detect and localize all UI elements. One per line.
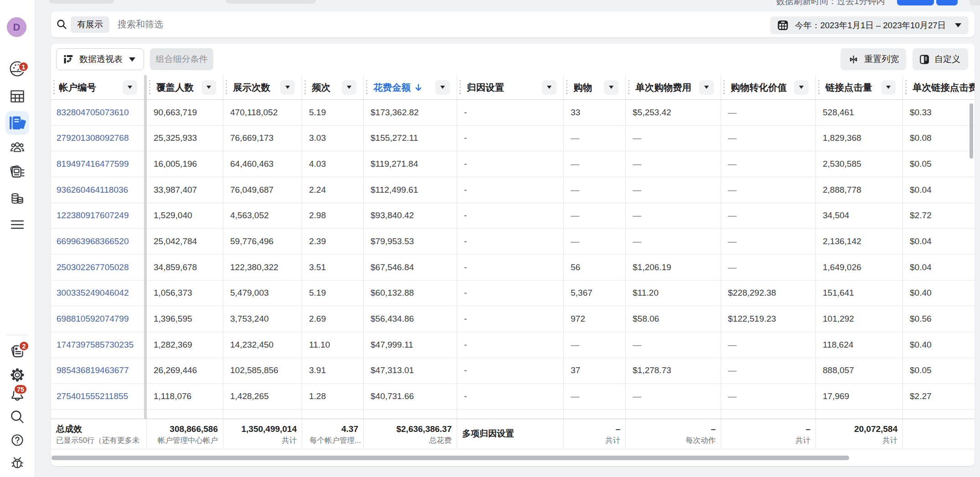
report-table-card: 数据透视表 组合细分条件 重置列宽 xyxy=(51,44,975,466)
horizontal-scrollbar[interactable] xyxy=(52,456,849,460)
cell-account-id[interactable]: 122380917607249 xyxy=(51,203,144,229)
avatar[interactable]: D xyxy=(7,17,26,37)
column-header-10[interactable]: 单次链接点击费用 xyxy=(903,75,975,99)
sidebar-item-settings[interactable] xyxy=(6,364,28,386)
sidebar-item-bug[interactable] xyxy=(6,451,28,473)
reports-icon xyxy=(10,165,25,180)
column-header-label: 购物 xyxy=(573,81,592,94)
drag-handle-icon[interactable] xyxy=(304,80,306,95)
column-header-5[interactable]: 归因设置 xyxy=(457,75,564,99)
cell: - xyxy=(457,255,564,281)
column-menu-button[interactable] xyxy=(123,80,137,95)
column-menu-button[interactable] xyxy=(542,80,557,95)
date-range-picker[interactable]: 今年：2023年1月1日 – 2023年10月27日 xyxy=(770,16,969,34)
cell-account-id[interactable]: 300335249046042 xyxy=(51,281,144,307)
cell: - xyxy=(457,332,564,358)
top-secondary-button[interactable] xyxy=(936,0,958,5)
cell: 1,529,040 xyxy=(147,203,223,229)
cell: $112,499.61 xyxy=(364,177,457,203)
cell: 64,118 xyxy=(816,410,903,419)
breakdown-button[interactable]: 组合细分条件 xyxy=(150,48,213,70)
filter-chip-delivery[interactable]: 有展示 xyxy=(71,16,109,33)
drag-handle-icon[interactable] xyxy=(366,80,367,95)
column-menu-button[interactable] xyxy=(280,80,295,95)
column-header-6[interactable]: 购物 xyxy=(564,75,626,99)
column-menu-button[interactable] xyxy=(699,80,714,95)
cell-account-id[interactable]: 1747397585730235 xyxy=(51,332,144,358)
cell: 2.39 xyxy=(302,229,364,255)
top-primary-button[interactable] xyxy=(897,0,934,5)
cell-account-id[interactable]: 936260464118036 xyxy=(51,177,144,203)
sidebar-item-plan[interactable] xyxy=(6,85,28,107)
sidebar-item-all-tools[interactable] xyxy=(6,214,28,236)
column-header-9[interactable]: 链接点击量 xyxy=(816,75,903,99)
search-input[interactable]: 搜索和筛选 xyxy=(118,18,163,31)
table-toolbar: 数据透视表 组合细分条件 重置列宽 xyxy=(51,44,975,75)
cell-account-id[interactable]: 832804705073610 xyxy=(51,100,144,126)
bug-icon xyxy=(10,455,25,470)
cell-account-id[interactable]: 985436819463677 xyxy=(51,358,144,384)
column-header-2[interactable]: 展示次数 xyxy=(223,75,302,99)
cell-account-id[interactable]: 819497416477599 xyxy=(51,151,144,177)
footer-value: – xyxy=(728,423,810,435)
column-menu-button[interactable] xyxy=(881,80,896,95)
column-menu-button[interactable] xyxy=(794,80,809,95)
sidebar-item-search[interactable] xyxy=(6,406,28,428)
column-header-8[interactable]: 购物转化价值 xyxy=(721,75,816,99)
cell-account-id[interactable]: 283415628397551 xyxy=(51,410,144,419)
drag-handle-icon[interactable] xyxy=(53,80,55,95)
sidebar-item-help[interactable] xyxy=(6,429,28,451)
pivot-table-button[interactable]: 数据透视表 xyxy=(56,48,144,70)
cell: $79,953.53 xyxy=(364,229,457,255)
cell-account-id[interactable]: 250302267705028 xyxy=(51,255,144,281)
top-grey-button[interactable] xyxy=(970,0,980,5)
customize-button[interactable]: 自定义 xyxy=(913,48,968,70)
cell: - xyxy=(457,126,564,152)
table-row-partial: 2834156283975512,073,4615,107,6302.46$38… xyxy=(51,410,975,419)
column-header-label: 花费金额 xyxy=(373,81,411,94)
cell-account-id[interactable]: 275401555211855 xyxy=(51,384,144,410)
sidebar-item-campaigns[interactable] xyxy=(5,111,29,135)
sidebar-item-ads-reporting[interactable] xyxy=(6,162,28,184)
cell: 122,380,322 xyxy=(223,255,302,281)
cell: 90,663,719 xyxy=(147,100,223,126)
column-header-3[interactable]: 频次 xyxy=(302,75,364,99)
sidebar-item-audiences[interactable] xyxy=(6,137,28,159)
cell: $0.40 xyxy=(903,332,975,358)
drag-handle-icon[interactable] xyxy=(459,80,461,95)
vertical-scrollbar[interactable] xyxy=(970,103,973,159)
sidebar-item-billing[interactable] xyxy=(6,188,28,210)
column-header-4[interactable]: 花费金额 xyxy=(364,75,457,99)
drag-handle-icon[interactable] xyxy=(149,80,150,95)
column-menu-button[interactable] xyxy=(435,80,450,95)
column-menu-button[interactable] xyxy=(201,80,216,95)
drag-handle-icon[interactable] xyxy=(226,80,227,95)
reset-column-width-button[interactable]: 重置列宽 xyxy=(841,48,906,70)
column-header-7[interactable]: 单次购物费用 xyxy=(626,75,721,99)
cell: 33 xyxy=(564,100,626,126)
column-menu-button[interactable] xyxy=(342,80,356,95)
badge-1: 1 xyxy=(18,62,29,72)
cell: $5,253.42 xyxy=(626,100,721,126)
footer-label: 共计 xyxy=(231,435,297,446)
cell-account-id[interactable]: 279201308092768 xyxy=(51,126,144,152)
drag-handle-icon[interactable] xyxy=(628,80,629,95)
column-menu-button[interactable] xyxy=(604,80,619,95)
pivot-table-label: 数据透视表 xyxy=(79,53,123,65)
footer-cell-0: 总成效已显示50行（还有更多未 xyxy=(51,419,147,449)
footer-value: 多项归因设置 xyxy=(462,428,514,440)
cell: $60,132.88 xyxy=(364,281,457,307)
drag-handle-icon[interactable] xyxy=(566,80,567,95)
cell-account-id[interactable]: 698810592074799 xyxy=(51,306,144,332)
sidebar-item-notifications[interactable]: 75 xyxy=(6,384,28,405)
drag-handle-icon[interactable] xyxy=(723,80,725,95)
footer-label: 每个帐户管理... xyxy=(309,435,358,446)
cell: — xyxy=(721,358,816,384)
column-header-1[interactable]: 覆盖人数 xyxy=(147,75,223,99)
sidebar-item-business-news[interactable]: 2 xyxy=(6,340,28,362)
column-header-0[interactable]: 帐户编号 xyxy=(51,75,144,99)
sidebar-item-account-overview[interactable]: 1 xyxy=(6,58,28,80)
cell-account-id[interactable]: 669963968366520 xyxy=(51,229,144,255)
drag-handle-icon[interactable] xyxy=(905,80,907,95)
drag-handle-icon[interactable] xyxy=(818,80,820,95)
